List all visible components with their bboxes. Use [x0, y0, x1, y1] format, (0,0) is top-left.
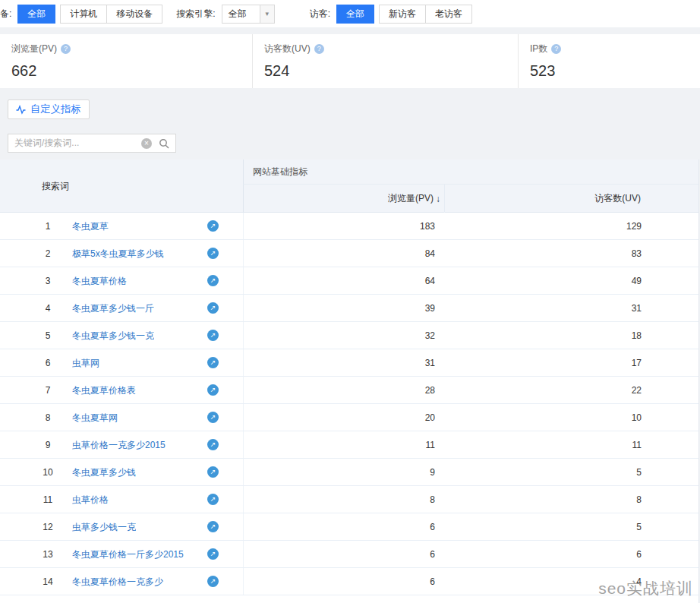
- keyword-source-icon[interactable]: ↗: [207, 548, 219, 560]
- custom-metric-label: 自定义指标: [30, 103, 81, 116]
- keyword-source-icon[interactable]: ↗: [207, 384, 219, 396]
- pv-cell: 32: [243, 322, 435, 349]
- table-body: 1 冬虫夏草 ↗ 183 129 2 极草5x冬虫夏草多少钱 ↗ 84 83 3…: [0, 213, 698, 595]
- keyword-link[interactable]: 极草5x冬虫夏草多少钱: [72, 240, 164, 267]
- pv-cell: 9: [243, 459, 435, 486]
- rank-cell: 12: [33, 513, 63, 541]
- keyword-source-icon[interactable]: ↗: [207, 576, 219, 587]
- keyword-link[interactable]: 虫草价格: [72, 486, 109, 513]
- metric-group-header: 网站基础指标: [243, 159, 698, 185]
- visitor-option-group: 新访客 老访客: [379, 5, 472, 24]
- uv-cell: 18: [444, 322, 642, 349]
- keyword-link[interactable]: 冬虫夏草价格: [72, 267, 127, 295]
- rank-cell: 7: [33, 377, 63, 404]
- keyword-source-icon[interactable]: ↗: [207, 248, 219, 259]
- sort-desc-icon[interactable]: ↓: [436, 194, 440, 204]
- rank-cell: 5: [33, 322, 63, 349]
- metric-subheaders: 浏览量(PV) ↓ 访客数(UV): [243, 185, 698, 213]
- info-icon[interactable]: ?: [61, 44, 71, 54]
- info-icon[interactable]: ?: [314, 44, 324, 54]
- keyword-source-icon[interactable]: ↗: [207, 330, 219, 341]
- keyword-source-icon[interactable]: ↗: [207, 275, 219, 286]
- keyword-source-icon[interactable]: ↗: [207, 220, 219, 232]
- engine-select-value: 全部: [222, 8, 260, 21]
- table-row: 3 冬虫夏草价格 ↗ 64 49: [0, 267, 698, 295]
- watermark-text: seo实战培训: [598, 578, 693, 599]
- keyword-column-header: 搜索词: [42, 159, 69, 213]
- info-icon[interactable]: ?: [551, 44, 561, 54]
- uv-cell: 17: [444, 349, 642, 377]
- uv-cell: 31: [444, 295, 642, 322]
- keyword-link[interactable]: 冬虫夏草多少钱一克: [72, 322, 154, 349]
- search-icon[interactable]: [159, 138, 169, 149]
- uv-cell: 6: [444, 541, 642, 568]
- rank-cell: 11: [33, 486, 63, 513]
- keyword-link[interactable]: 冬虫夏草多少钱一斤: [72, 295, 154, 322]
- rank-cell: 8: [33, 404, 63, 431]
- pv-column-header[interactable]: 浏览量(PV) ↓: [243, 185, 444, 213]
- engine-select[interactable]: 全部 ▾: [222, 5, 275, 24]
- stat-uv-value: 524: [264, 62, 518, 80]
- uv-header-label: 访客数(UV): [594, 192, 641, 205]
- visitor-option-all[interactable]: 全部: [336, 5, 374, 24]
- pv-cell: 6: [243, 513, 435, 541]
- keyword-link[interactable]: 虫草多少钱一克: [72, 513, 136, 541]
- keyword-table: 搜索词 网站基础指标 浏览量(PV) ↓ 访客数(UV) 1 冬虫夏草 ↗ 18…: [0, 159, 699, 603]
- rank-cell: 14: [33, 568, 63, 595]
- uv-cell: 8: [444, 486, 642, 513]
- table-header: 搜索词 网站基础指标 浏览量(PV) ↓ 访客数(UV): [0, 159, 698, 213]
- keyword-search-input[interactable]: 关键词/搜索词... ×: [8, 134, 176, 153]
- keyword-link[interactable]: 冬虫夏草: [72, 213, 109, 240]
- keyword-link[interactable]: 冬虫夏草价格一克多少: [72, 568, 163, 595]
- keyword-source-icon[interactable]: ↗: [207, 412, 219, 423]
- keyword-link[interactable]: 冬虫夏草多少钱: [72, 459, 136, 486]
- stat-uv: 访客数(UV) ? 524: [252, 34, 518, 88]
- stat-pv-label: 浏览量(PV): [11, 43, 57, 55]
- keyword-source-icon[interactable]: ↗: [207, 302, 219, 314]
- table-row: 10 冬虫夏草多少钱 ↗ 9 5: [0, 459, 698, 486]
- custom-metric-button[interactable]: 自定义指标: [8, 99, 90, 119]
- device-option-pc[interactable]: 计算机: [60, 5, 107, 24]
- keyword-source-icon[interactable]: ↗: [207, 357, 219, 368]
- stat-pv-value: 662: [11, 62, 252, 80]
- table-row: 1 冬虫夏草 ↗ 183 129: [0, 213, 698, 240]
- stat-ip-value: 523: [530, 62, 700, 80]
- table-row: 12 虫草多少钱一克 ↗ 6 5: [0, 513, 698, 541]
- pv-cell: 64: [243, 267, 435, 295]
- keyword-link[interactable]: 虫草价格一克多少2015: [72, 431, 166, 459]
- metric-pulse-icon: [16, 105, 26, 115]
- uv-column-header[interactable]: 访客数(UV): [444, 185, 698, 213]
- pv-cell: 39: [243, 295, 435, 322]
- rank-cell: 10: [33, 459, 63, 486]
- rank-cell: 9: [33, 431, 63, 459]
- uv-cell: 83: [444, 240, 642, 267]
- visitor-option-new[interactable]: 新访客: [379, 5, 426, 24]
- table-row: 4 冬虫夏草多少钱一斤 ↗ 39 31: [0, 295, 698, 322]
- clear-icon[interactable]: ×: [141, 138, 152, 149]
- device-option-all[interactable]: 全部: [17, 5, 55, 24]
- pv-cell: 31: [243, 349, 435, 377]
- uv-cell: 10: [444, 404, 642, 431]
- stat-pv: 浏览量(PV) ? 662: [0, 34, 252, 88]
- pv-cell: 84: [243, 240, 435, 267]
- pv-cell: 6: [243, 568, 435, 595]
- keyword-source-icon[interactable]: ↗: [207, 466, 219, 478]
- stat-ip: IP数 ? 523: [518, 34, 700, 88]
- keyword-link[interactable]: 冬虫夏草价格一斤多少2015: [72, 541, 184, 568]
- keyword-link[interactable]: 虫草网: [72, 349, 99, 377]
- pv-cell: 11: [243, 431, 435, 459]
- rank-cell: 13: [33, 541, 63, 568]
- keyword-source-icon[interactable]: ↗: [207, 494, 219, 505]
- rank-cell: 3: [33, 267, 63, 295]
- stat-uv-label: 访客数(UV): [264, 43, 311, 55]
- table-row: 8 冬虫夏草网 ↗ 20 10: [0, 404, 698, 431]
- device-option-mobile[interactable]: 移动设备: [106, 5, 162, 24]
- keyword-link[interactable]: 冬虫夏草网: [72, 404, 118, 431]
- stats-panel: 浏览量(PV) ? 662 访客数(UV) ? 524 IP数 ? 523: [0, 34, 700, 88]
- keyword-link[interactable]: 冬虫夏草价格表: [72, 377, 136, 404]
- keyword-source-icon[interactable]: ↗: [207, 521, 219, 532]
- keyword-source-icon[interactable]: ↗: [207, 439, 219, 450]
- stat-ip-label: IP数: [530, 43, 547, 55]
- visitor-option-returning[interactable]: 老访客: [425, 5, 472, 24]
- search-placeholder: 关键词/搜索词...: [8, 137, 141, 150]
